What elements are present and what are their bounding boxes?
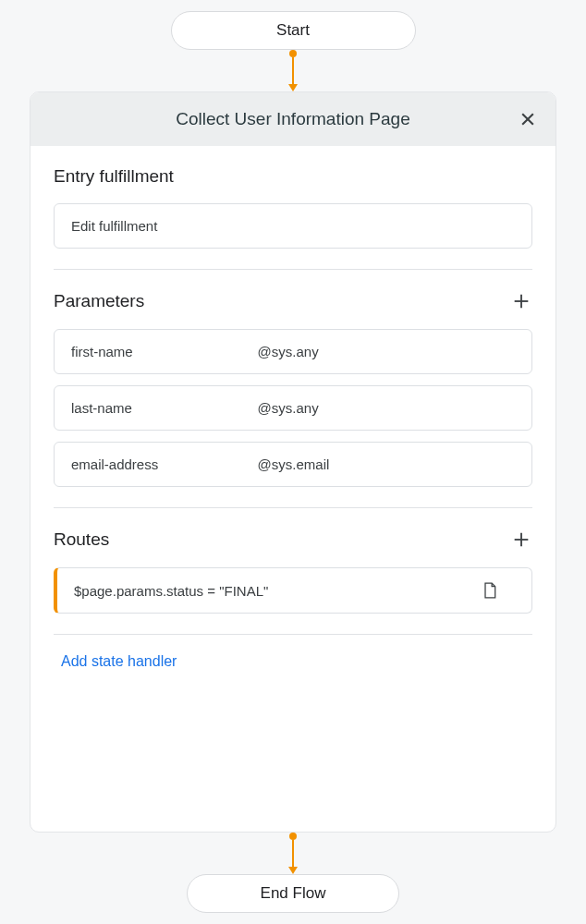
routes-heading: Routes: [54, 529, 109, 550]
plus-icon: [511, 291, 531, 311]
start-node[interactable]: Start: [171, 11, 416, 50]
add-state-handler-button[interactable]: Add state handler: [54, 635, 184, 677]
parameter-type: @sys.any: [258, 344, 515, 359]
parameter-row[interactable]: first-name @sys.any: [54, 329, 532, 374]
connector-bottom: [288, 833, 298, 874]
parameter-list: first-name @sys.any last-name @sys.any e…: [54, 329, 532, 487]
parameter-name: last-name: [71, 400, 258, 416]
edit-fulfillment-label: Edit fulfillment: [71, 218, 157, 234]
add-state-handler-label: Add state handler: [61, 653, 177, 669]
edit-fulfillment-button[interactable]: Edit fulfillment: [54, 203, 532, 249]
close-icon: [519, 110, 537, 128]
parameter-type: @sys.any: [258, 400, 515, 416]
routes-section: Routes $page.params.status = "FINAL": [54, 507, 532, 634]
end-flow-label: End Flow: [261, 884, 326, 902]
entry-fulfillment-heading: Entry fulfillment: [54, 166, 174, 187]
route-condition: $page.params.status = "FINAL": [74, 583, 268, 599]
parameter-name: first-name: [71, 344, 258, 359]
start-node-label: Start: [276, 21, 310, 39]
parameters-section: Parameters first-name @sys.any last-name…: [54, 269, 532, 507]
parameters-heading: Parameters: [54, 291, 144, 311]
end-flow-node[interactable]: End Flow: [187, 874, 399, 913]
add-route-button[interactable]: [510, 529, 532, 551]
panel-header: Collect User Information Page: [31, 92, 555, 146]
close-button[interactable]: [517, 108, 539, 130]
route-row[interactable]: $page.params.status = "FINAL": [54, 567, 532, 614]
plus-icon: [511, 529, 531, 550]
parameter-name: email-address: [71, 456, 258, 472]
add-parameter-button[interactable]: [510, 290, 532, 312]
page-config-panel: Collect User Information Page Entry fulf…: [30, 91, 556, 833]
entry-fulfillment-section: Entry fulfillment Edit fulfillment: [54, 146, 532, 269]
parameter-row[interactable]: last-name @sys.any: [54, 385, 532, 431]
page-icon: [482, 581, 498, 600]
parameter-row[interactable]: email-address @sys.email: [54, 442, 532, 487]
connector-top: [288, 50, 298, 91]
state-handler-section: Add state handler: [54, 634, 532, 698]
panel-title: Collect User Information Page: [176, 109, 409, 129]
parameter-type: @sys.email: [258, 456, 515, 472]
panel-body: Entry fulfillment Edit fulfillment Param…: [31, 146, 555, 832]
